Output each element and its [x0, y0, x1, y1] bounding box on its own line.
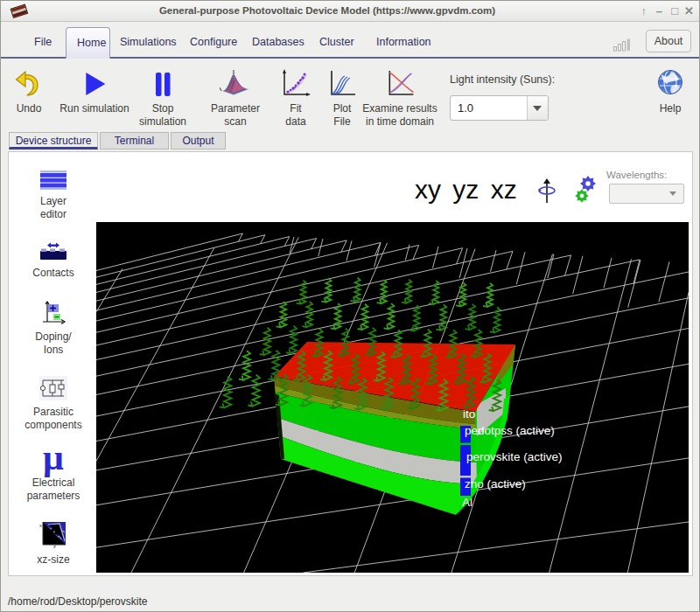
svg-text:z: z — [53, 544, 56, 548]
svg-text:ito: ito — [463, 407, 475, 421]
svg-text:perovskite (active): perovskite (active) — [466, 450, 563, 463]
svg-text:x: x — [39, 523, 42, 528]
svg-text:Al: Al — [462, 496, 472, 509]
svg-text:zno (active): zno (active) — [465, 477, 526, 490]
svg-text:pedotpss (active): pedotpss (active) — [465, 424, 555, 437]
